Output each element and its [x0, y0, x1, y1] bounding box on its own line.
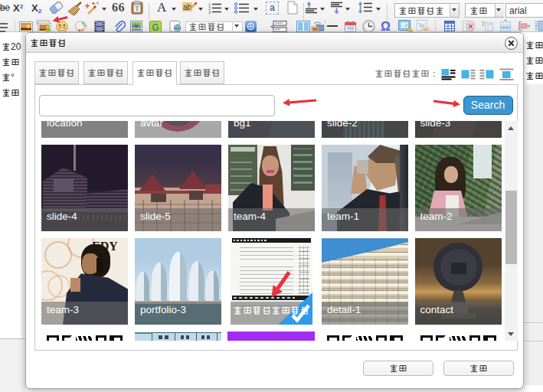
svg-text:3: 3 — [208, 10, 211, 15]
svg-text:T: T — [135, 5, 139, 12]
svg-text:G: G — [152, 22, 159, 33]
